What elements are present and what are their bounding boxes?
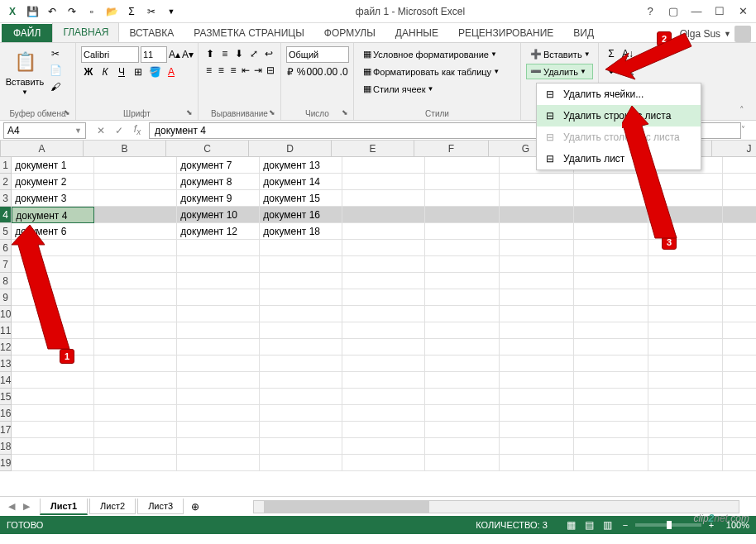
cell[interactable]: [177, 322, 260, 339]
cell[interactable]: [648, 405, 723, 422]
cell[interactable]: [425, 157, 500, 174]
cell[interactable]: [94, 207, 177, 223]
underline-icon[interactable]: Ч: [114, 64, 129, 79]
cell[interactable]: [425, 256, 500, 273]
cell[interactable]: [500, 405, 574, 422]
cell[interactable]: [425, 438, 500, 455]
cell[interactable]: [94, 256, 177, 273]
row-header[interactable]: 1: [0, 157, 12, 174]
cell[interactable]: [425, 174, 500, 190]
cell[interactable]: [574, 455, 648, 471]
cell[interactable]: [648, 339, 723, 356]
decrease-font-icon[interactable]: A▾: [182, 47, 194, 62]
cell[interactable]: [574, 256, 648, 273]
row-header[interactable]: 4: [0, 207, 12, 223]
font-family-select[interactable]: [81, 46, 139, 63]
cell[interactable]: [94, 356, 177, 372]
cell[interactable]: [723, 207, 756, 223]
border-icon[interactable]: ⊞: [131, 64, 146, 79]
cell[interactable]: [342, 174, 425, 190]
cell[interactable]: [648, 438, 723, 455]
cell[interactable]: [94, 438, 177, 455]
cell[interactable]: [177, 372, 260, 389]
cell[interactable]: [723, 389, 756, 405]
cell[interactable]: документ 9: [177, 190, 260, 207]
cell[interactable]: [342, 455, 425, 471]
column-header[interactable]: D: [249, 141, 332, 156]
open-icon[interactable]: 📂: [103, 2, 121, 21]
row-header[interactable]: 10: [0, 306, 12, 322]
cell[interactable]: [260, 322, 342, 339]
cell[interactable]: [94, 306, 177, 322]
autosum-icon[interactable]: Σ: [604, 46, 619, 61]
cell[interactable]: [574, 389, 648, 405]
cell[interactable]: [500, 438, 574, 455]
cell[interactable]: [177, 455, 260, 471]
row-header[interactable]: 12: [0, 339, 12, 356]
cell[interactable]: [260, 273, 342, 289]
cell[interactable]: [12, 389, 94, 405]
cell[interactable]: [260, 438, 342, 455]
paste-button[interactable]: 📋 Вставить ▼: [5, 46, 45, 98]
cell[interactable]: [648, 306, 723, 322]
tab-page-layout[interactable]: РАЗМЕТКА СТРАНИЦЫ: [184, 24, 314, 42]
cell[interactable]: [177, 405, 260, 422]
delete-cells-item[interactable]: ⊟ Удалить ячейки...: [537, 84, 701, 105]
cell[interactable]: [574, 372, 648, 389]
format-as-table-button[interactable]: ▦ Форматировать как таблицу▼: [359, 64, 515, 79]
cell[interactable]: [425, 372, 500, 389]
sheet-tab[interactable]: Лист1: [40, 499, 88, 515]
comma-icon[interactable]: 000: [308, 64, 323, 79]
row-header[interactable]: 19: [0, 455, 12, 471]
cell[interactable]: [342, 207, 425, 223]
cell[interactable]: документ 13: [260, 157, 342, 174]
cell[interactable]: [342, 339, 425, 356]
cell[interactable]: [342, 372, 425, 389]
cell[interactable]: [260, 389, 342, 405]
cell[interactable]: [574, 223, 648, 240]
cell[interactable]: [574, 356, 648, 372]
dialog-launcher-icon[interactable]: ⬊: [269, 108, 279, 118]
cell[interactable]: [648, 389, 723, 405]
view-page-layout-icon[interactable]: ▤: [582, 518, 597, 532]
cell[interactable]: [260, 356, 342, 372]
excel-icon[interactable]: X: [3, 2, 22, 21]
cell[interactable]: [260, 306, 342, 322]
cell[interactable]: [648, 273, 723, 289]
row-header[interactable]: 2: [0, 174, 12, 190]
help-icon[interactable]: ?: [640, 3, 660, 20]
cell[interactable]: [425, 190, 500, 207]
tab-formulas[interactable]: ФОРМУЛЫ: [314, 24, 385, 42]
view-normal-icon[interactable]: ▦: [564, 518, 579, 532]
currency-icon[interactable]: ₽: [286, 64, 295, 79]
increase-font-icon[interactable]: A▴: [169, 47, 180, 62]
cell[interactable]: [94, 422, 177, 438]
cancel-formula-icon[interactable]: ✕: [93, 122, 109, 139]
fill-icon[interactable]: ⬇: [604, 63, 619, 78]
increase-indent-icon[interactable]: ⇥: [252, 63, 263, 78]
cell[interactable]: [425, 289, 500, 306]
cell[interactable]: [260, 339, 342, 356]
cell[interactable]: [94, 389, 177, 405]
cell[interactable]: [342, 273, 425, 289]
cell[interactable]: [12, 273, 94, 289]
row-header[interactable]: 5: [0, 223, 12, 240]
cell[interactable]: [648, 174, 723, 190]
increase-decimal-icon[interactable]: .00: [324, 64, 338, 79]
dialog-launcher-icon[interactable]: ⬊: [64, 108, 74, 118]
cell[interactable]: [177, 438, 260, 455]
cell[interactable]: [723, 240, 756, 256]
cell[interactable]: [425, 389, 500, 405]
align-left-icon[interactable]: ≡: [203, 63, 214, 78]
cell[interactable]: [574, 322, 648, 339]
cell[interactable]: [94, 223, 177, 240]
cell[interactable]: документ 4: [12, 207, 94, 223]
dialog-launcher-icon[interactable]: ⬊: [186, 108, 196, 118]
format-painter-icon[interactable]: 🖌: [48, 79, 63, 94]
cell[interactable]: документ 1: [12, 157, 94, 174]
delete-cells-button[interactable]: ➖ Удалить▼: [526, 64, 593, 79]
cell[interactable]: [94, 372, 177, 389]
conditional-formatting-button[interactable]: ▦ Условное форматирование▼: [359, 46, 515, 62]
cell[interactable]: [425, 322, 500, 339]
cell[interactable]: [342, 306, 425, 322]
